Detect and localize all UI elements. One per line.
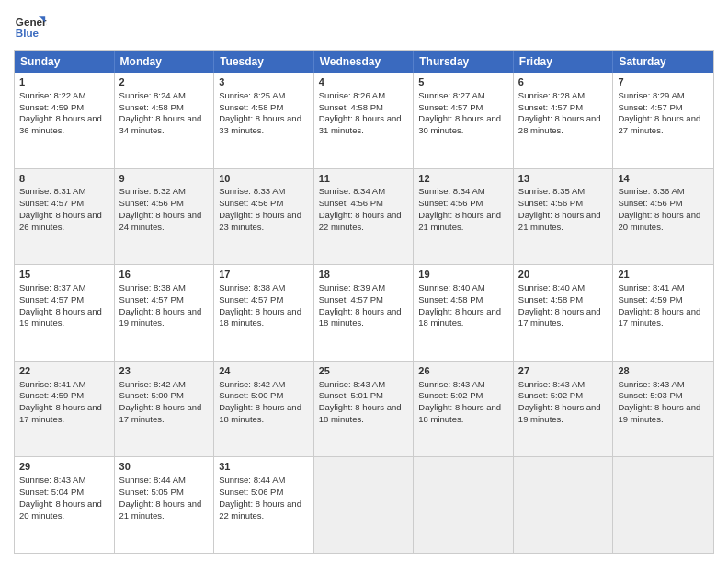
day-number: 12 <box>418 172 508 186</box>
daylight-text: Daylight: 8 hours and 28 minutes. <box>518 113 601 135</box>
day-number: 15 <box>19 268 109 282</box>
sunrise-text: Sunrise: 8:44 AM <box>119 475 186 485</box>
sunrise-text: Sunrise: 8:41 AM <box>618 282 684 293</box>
day-number: 25 <box>319 364 409 378</box>
calendar-cell: 27Sunrise: 8:43 AMSunset: 5:02 PMDayligh… <box>514 362 614 457</box>
sunrise-text: Sunrise: 8:35 AM <box>518 186 585 196</box>
sunset-text: Sunset: 5:04 PM <box>19 487 84 497</box>
sunset-text: Sunset: 4:59 PM <box>19 390 84 400</box>
logo-icon: General Blue <box>14 9 47 42</box>
daylight-text: Daylight: 8 hours and 18 minutes. <box>219 306 301 328</box>
sunrise-text: Sunrise: 8:40 AM <box>418 282 484 293</box>
day-of-week-header: Friday <box>514 51 614 73</box>
sunrise-text: Sunrise: 8:43 AM <box>518 379 585 389</box>
sunset-text: Sunset: 5:01 PM <box>319 390 383 400</box>
sunset-text: Sunset: 4:58 PM <box>418 294 483 304</box>
daylight-text: Daylight: 8 hours and 17 minutes. <box>618 306 700 328</box>
sunset-text: Sunset: 4:57 PM <box>319 294 383 304</box>
sunrise-text: Sunrise: 8:37 AM <box>19 282 85 293</box>
calendar-cell: 15Sunrise: 8:37 AMSunset: 4:57 PMDayligh… <box>15 265 115 361</box>
page: General Blue SundayMondayTuesdayWednesda… <box>0 0 728 563</box>
sunset-text: Sunset: 4:58 PM <box>119 102 184 112</box>
sunset-text: Sunset: 5:00 PM <box>219 390 283 400</box>
calendar-cell: 13Sunrise: 8:35 AMSunset: 4:56 PMDayligh… <box>514 169 614 265</box>
calendar-cell: 12Sunrise: 8:34 AMSunset: 4:56 PMDayligh… <box>414 169 514 265</box>
sunrise-text: Sunrise: 8:29 AM <box>618 90 684 100</box>
day-number: 9 <box>119 172 210 186</box>
day-number: 10 <box>219 172 309 186</box>
header: General Blue <box>14 9 714 42</box>
sunset-text: Sunset: 4:57 PM <box>19 294 84 304</box>
sunset-text: Sunset: 4:59 PM <box>618 294 682 304</box>
daylight-text: Daylight: 8 hours and 23 minutes. <box>219 210 301 232</box>
day-number: 28 <box>618 364 709 378</box>
sunset-text: Sunset: 4:57 PM <box>19 198 84 208</box>
daylight-text: Daylight: 8 hours and 21 minutes. <box>418 210 501 232</box>
day-of-week-header: Thursday <box>414 51 514 73</box>
day-of-week-header: Monday <box>115 51 215 73</box>
sunrise-text: Sunrise: 8:28 AM <box>518 90 585 100</box>
daylight-text: Daylight: 8 hours and 17 minutes. <box>518 306 601 328</box>
sunset-text: Sunset: 4:58 PM <box>319 102 383 112</box>
daylight-text: Daylight: 8 hours and 20 minutes. <box>618 210 700 232</box>
day-number: 17 <box>219 268 309 282</box>
sunrise-text: Sunrise: 8:25 AM <box>219 90 285 100</box>
day-number: 1 <box>19 75 109 89</box>
day-number: 22 <box>19 364 109 378</box>
day-number: 31 <box>219 460 309 474</box>
daylight-text: Daylight: 8 hours and 22 minutes. <box>219 499 301 521</box>
sunrise-text: Sunrise: 8:43 AM <box>319 379 385 389</box>
daylight-text: Daylight: 8 hours and 18 minutes. <box>319 306 402 328</box>
sunrise-text: Sunrise: 8:43 AM <box>418 379 484 389</box>
sunrise-text: Sunrise: 8:26 AM <box>319 90 385 100</box>
sunset-text: Sunset: 4:56 PM <box>418 198 483 208</box>
calendar-cell: 8Sunrise: 8:31 AMSunset: 4:57 PMDaylight… <box>15 169 115 265</box>
sunset-text: Sunset: 4:56 PM <box>319 198 383 208</box>
sunrise-text: Sunrise: 8:42 AM <box>119 379 186 389</box>
calendar-cell <box>613 457 713 553</box>
svg-text:Blue: Blue <box>16 27 40 39</box>
sunset-text: Sunset: 4:56 PM <box>119 198 184 208</box>
day-number: 8 <box>19 172 109 186</box>
day-number: 5 <box>418 75 508 89</box>
day-of-week-header: Wednesday <box>314 51 415 73</box>
calendar-cell: 6Sunrise: 8:28 AMSunset: 4:57 PMDaylight… <box>514 73 614 168</box>
daylight-text: Daylight: 8 hours and 26 minutes. <box>19 210 102 232</box>
day-number: 27 <box>518 364 609 378</box>
day-number: 30 <box>119 460 210 474</box>
calendar-cell: 26Sunrise: 8:43 AMSunset: 5:02 PMDayligh… <box>414 362 514 457</box>
sunrise-text: Sunrise: 8:36 AM <box>618 186 684 196</box>
calendar-cell: 25Sunrise: 8:43 AMSunset: 5:01 PMDayligh… <box>314 362 415 457</box>
day-number: 7 <box>618 75 709 89</box>
calendar-cell: 1Sunrise: 8:22 AMSunset: 4:59 PMDaylight… <box>15 73 115 168</box>
calendar-cell: 4Sunrise: 8:26 AMSunset: 4:58 PMDaylight… <box>314 73 415 168</box>
daylight-text: Daylight: 8 hours and 34 minutes. <box>119 113 202 135</box>
calendar-cell <box>414 457 514 553</box>
calendar-cell: 23Sunrise: 8:42 AMSunset: 5:00 PMDayligh… <box>115 362 215 457</box>
calendar-cell: 3Sunrise: 8:25 AMSunset: 4:58 PMDaylight… <box>214 73 314 168</box>
calendar-cell: 16Sunrise: 8:38 AMSunset: 4:57 PMDayligh… <box>115 265 215 361</box>
calendar-cell: 7Sunrise: 8:29 AMSunset: 4:57 PMDaylight… <box>613 73 713 168</box>
daylight-text: Daylight: 8 hours and 24 minutes. <box>119 210 202 232</box>
daylight-text: Daylight: 8 hours and 22 minutes. <box>319 210 402 232</box>
day-number: 21 <box>618 268 709 282</box>
calendar-cell: 18Sunrise: 8:39 AMSunset: 4:57 PMDayligh… <box>314 265 415 361</box>
daylight-text: Daylight: 8 hours and 33 minutes. <box>219 113 301 135</box>
daylight-text: Daylight: 8 hours and 18 minutes. <box>418 306 501 328</box>
calendar-cell: 30Sunrise: 8:44 AMSunset: 5:05 PMDayligh… <box>115 457 215 553</box>
sunset-text: Sunset: 4:59 PM <box>19 102 84 112</box>
calendar-week-row: 8Sunrise: 8:31 AMSunset: 4:57 PMDaylight… <box>15 168 713 265</box>
sunrise-text: Sunrise: 8:39 AM <box>319 282 385 293</box>
daylight-text: Daylight: 8 hours and 20 minutes. <box>19 499 102 521</box>
daylight-text: Daylight: 8 hours and 21 minutes. <box>119 499 202 521</box>
sunrise-text: Sunrise: 8:38 AM <box>119 282 186 293</box>
calendar-cell <box>314 457 415 553</box>
sunrise-text: Sunrise: 8:38 AM <box>219 282 285 293</box>
calendar-cell: 29Sunrise: 8:43 AMSunset: 5:04 PMDayligh… <box>15 457 115 553</box>
sunset-text: Sunset: 5:02 PM <box>418 390 483 400</box>
day-of-week-header: Tuesday <box>214 51 314 73</box>
sunrise-text: Sunrise: 8:41 AM <box>19 379 85 389</box>
day-number: 20 <box>518 268 609 282</box>
daylight-text: Daylight: 8 hours and 19 minutes. <box>618 402 700 424</box>
daylight-text: Daylight: 8 hours and 31 minutes. <box>319 113 402 135</box>
